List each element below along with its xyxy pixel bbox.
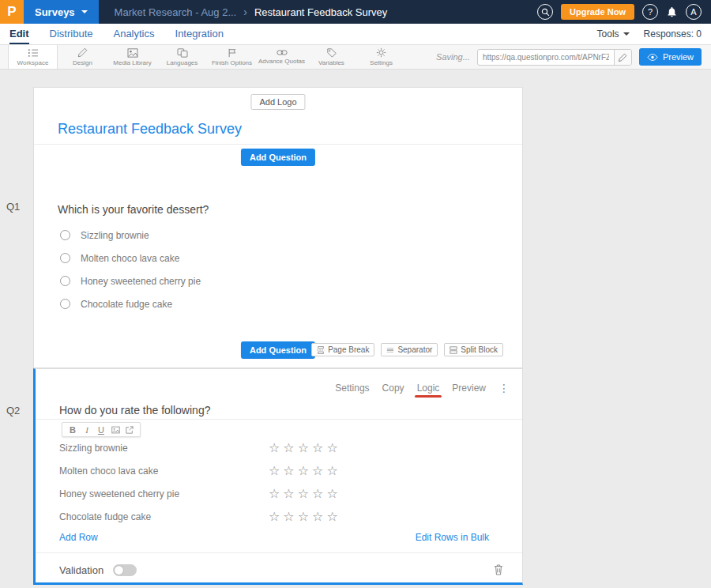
ribbon-item-languages[interactable]: Languages	[157, 45, 207, 69]
breadcrumb-separator-icon: ›	[243, 6, 247, 18]
rating-row: Chocolate fudge cake ☆☆☆☆☆	[59, 505, 498, 528]
star-rating-icons[interactable]: ☆☆☆☆☆	[269, 465, 341, 477]
validation-label: Validation	[59, 564, 103, 576]
settings-gear-icon	[376, 47, 386, 58]
rating-row-label[interactable]: Sizzling brownie	[59, 443, 269, 454]
ribbon-item-advance-quotas[interactable]: Advance Quotas	[257, 45, 307, 69]
ribbon-item-workspace[interactable]: Workspace	[8, 45, 58, 69]
survey-title[interactable]: Restaurant Feedback Survey	[58, 121, 242, 138]
divider	[34, 144, 522, 145]
ribbon-label: Design	[73, 59, 92, 66]
chevron-down-icon	[623, 32, 630, 36]
finish-options-icon	[228, 48, 237, 58]
validation-toggle[interactable]	[113, 564, 137, 576]
nav-right: Tools Responses: 0	[597, 28, 702, 40]
rating-rows: Sizzling brownie ☆☆☆☆☆ Molten choco lava…	[59, 436, 498, 528]
saving-status: Saving...	[436, 52, 470, 62]
radio-icon[interactable]	[60, 299, 70, 309]
question-preview-button[interactable]: Preview	[452, 383, 486, 394]
edit-ribbon: Workspace Design Media Library Languages…	[0, 45, 711, 70]
split-block-label: Split Block	[461, 345, 498, 354]
question-settings-button[interactable]: Settings	[335, 383, 369, 394]
add-logo-button[interactable]: Add Logo	[250, 94, 305, 110]
delete-question-button[interactable]	[494, 564, 503, 575]
ribbon-label: Media Library	[113, 59, 151, 66]
notifications-button[interactable]	[666, 6, 678, 18]
ribbon-label: Workspace	[17, 59, 49, 66]
page-break-button[interactable]: Page Break	[311, 343, 374, 356]
ribbon-item-finish-options[interactable]: Finish Options	[207, 45, 257, 69]
italic-button[interactable]: I	[80, 425, 94, 435]
insert-image-button[interactable]	[108, 426, 122, 434]
trash-icon	[494, 564, 503, 575]
radio-icon[interactable]	[60, 253, 70, 263]
answer-option[interactable]: Sizzling brownie	[60, 224, 201, 247]
account-avatar[interactable]: A	[686, 4, 702, 20]
radio-icon[interactable]	[60, 230, 70, 240]
upgrade-now-button[interactable]: Upgrade Now	[561, 4, 634, 20]
question-2-label: Q2	[6, 405, 20, 416]
answer-option[interactable]: Honey sweetened cherry pie	[60, 270, 201, 292]
ribbon-label: Languages	[167, 59, 198, 66]
tab-integration[interactable]: Integration	[175, 24, 224, 44]
edit-rows-in-bulk-link[interactable]: Edit Rows in Bulk	[416, 532, 489, 543]
advance-quotas-icon	[276, 49, 288, 56]
bell-icon	[666, 6, 678, 18]
star-rating-icons[interactable]: ☆☆☆☆☆	[269, 511, 341, 523]
external-link-icon	[126, 426, 134, 434]
insert-link-button[interactable]	[122, 426, 137, 434]
ribbon-item-settings[interactable]: Settings	[356, 45, 406, 69]
ribbon-label: Settings	[370, 59, 393, 66]
star-rating-icons[interactable]: ☆☆☆☆☆	[269, 488, 341, 500]
answer-option-label: Chocolate fudge cake	[81, 299, 172, 310]
rating-row: Molten choco lava cake ☆☆☆☆☆	[59, 459, 498, 482]
responses-count[interactable]: Responses: 0	[644, 28, 702, 40]
validation-row: Validation	[59, 561, 503, 579]
ribbon-label: Advance Quotas	[258, 58, 305, 65]
edit-url-button[interactable]	[614, 50, 631, 65]
surveys-product-menu[interactable]: Surveys	[24, 0, 99, 24]
image-icon	[111, 426, 120, 434]
question-2-text[interactable]: How do you rate the following?	[59, 404, 210, 416]
answer-option[interactable]: Chocolate fudge cake	[60, 292, 201, 315]
question-copy-button[interactable]: Copy	[382, 383, 404, 394]
questionpro-logo[interactable]: P	[0, 0, 24, 24]
tab-distribute[interactable]: Distribute	[50, 24, 93, 44]
star-rating-icons[interactable]: ☆☆☆☆☆	[269, 442, 341, 454]
answer-option[interactable]: Molten choco lava cake	[60, 247, 201, 270]
preview-button[interactable]: Preview	[639, 48, 702, 66]
answer-option-label: Honey sweetened cherry pie	[81, 276, 201, 287]
tab-analytics[interactable]: Analytics	[113, 24, 154, 44]
bold-button[interactable]: B	[66, 425, 80, 435]
rating-row-label[interactable]: Molten choco lava cake	[59, 466, 269, 477]
rating-row-label[interactable]: Honey sweetened cherry pie	[59, 488, 269, 499]
add-row-link[interactable]: Add Row	[59, 532, 98, 543]
more-options-icon[interactable]: ⋮	[498, 382, 510, 394]
ribbon-item-design[interactable]: Design	[58, 45, 107, 69]
search-icon	[541, 8, 550, 17]
question-1-label: Q1	[6, 201, 20, 213]
rating-row: Sizzling brownie ☆☆☆☆☆	[59, 436, 498, 459]
answer-option-label: Molten choco lava cake	[81, 253, 179, 264]
split-block-button[interactable]: Split Block	[444, 343, 503, 356]
add-question-button-bottom[interactable]: Add Question	[241, 341, 315, 359]
rating-row-label[interactable]: Chocolate fudge cake	[59, 511, 269, 522]
workspace-icon	[28, 48, 39, 58]
question-1-text[interactable]: Which is your favorite dessert?	[58, 203, 209, 216]
question-logic-button[interactable]: Logic	[417, 383, 440, 394]
ribbon-item-variables[interactable]: Variables	[307, 45, 356, 69]
separator-button[interactable]: Separator	[381, 343, 438, 356]
page-break-label: Page Break	[328, 345, 369, 354]
search-button[interactable]	[537, 4, 553, 20]
question-menu: Settings Copy Logic Preview ⋮	[335, 382, 510, 394]
tools-menu[interactable]: Tools	[597, 28, 630, 40]
ribbon-item-media-library[interactable]: Media Library	[107, 45, 157, 69]
breadcrumb-project[interactable]: Market Research - Aug 2...	[115, 6, 237, 18]
format-toolbar: B I U	[62, 422, 141, 437]
add-question-button-top[interactable]: Add Question	[241, 149, 315, 166]
survey-url-input[interactable]	[478, 53, 614, 62]
help-button[interactable]: ?	[642, 4, 658, 20]
underline-button[interactable]: U	[94, 425, 108, 435]
tab-edit[interactable]: Edit	[9, 24, 29, 44]
radio-icon[interactable]	[60, 276, 70, 286]
